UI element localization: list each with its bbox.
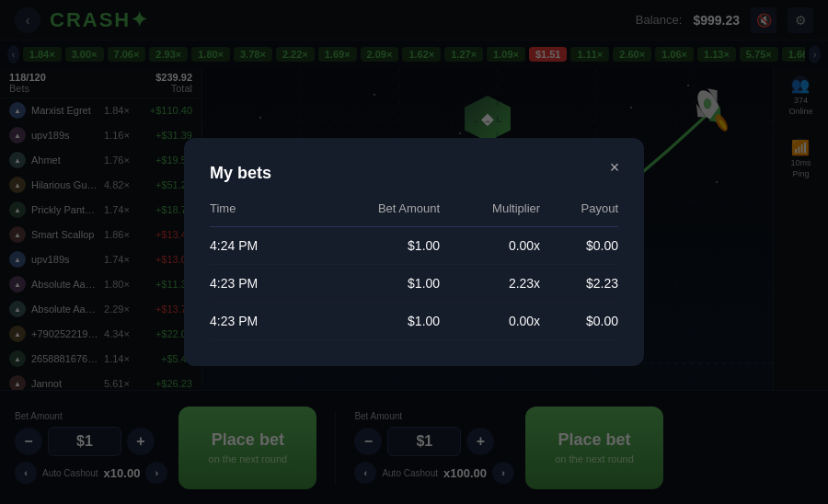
bet-amount-1: $1.00 [310,265,440,303]
modal-title: My bets [210,164,618,183]
bets-table: Time Bet Amount Multiplier Payout 4:24 P… [210,201,618,340]
bet-time-1: 4:23 PM [210,265,310,303]
modal-bet-row: 4:23 PM $1.00 2.23x $2.23 [210,265,618,303]
modal-bet-row: 4:24 PM $1.00 0.00x $0.00 [210,227,618,265]
bet-payout-0: $0.00 [540,227,618,265]
bet-amount-0: $1.00 [310,227,440,265]
modal-bet-row: 4:23 PM $1.00 0.00x $0.00 [210,303,618,340]
col-time: Time [210,201,310,227]
bet-amount-2: $1.00 [310,303,440,340]
bet-payout-1: $2.23 [540,265,618,303]
bet-mult-0: 0.00x [440,227,540,265]
bet-time-0: 4:24 PM [210,227,310,265]
col-payout: Payout [540,201,618,227]
modal-overlay[interactable]: My bets × Time Bet Amount Multiplier Pay… [0,0,828,504]
bet-payout-2: $0.00 [540,303,618,340]
my-bets-modal: My bets × Time Bet Amount Multiplier Pay… [184,138,644,366]
col-bet-amount: Bet Amount [310,201,440,227]
modal-close-button[interactable]: × [604,156,626,178]
bet-time-2: 4:23 PM [210,303,310,340]
col-multiplier: Multiplier [440,201,540,227]
bet-mult-1: 2.23x [440,265,540,303]
bet-mult-2: 0.00x [440,303,540,340]
